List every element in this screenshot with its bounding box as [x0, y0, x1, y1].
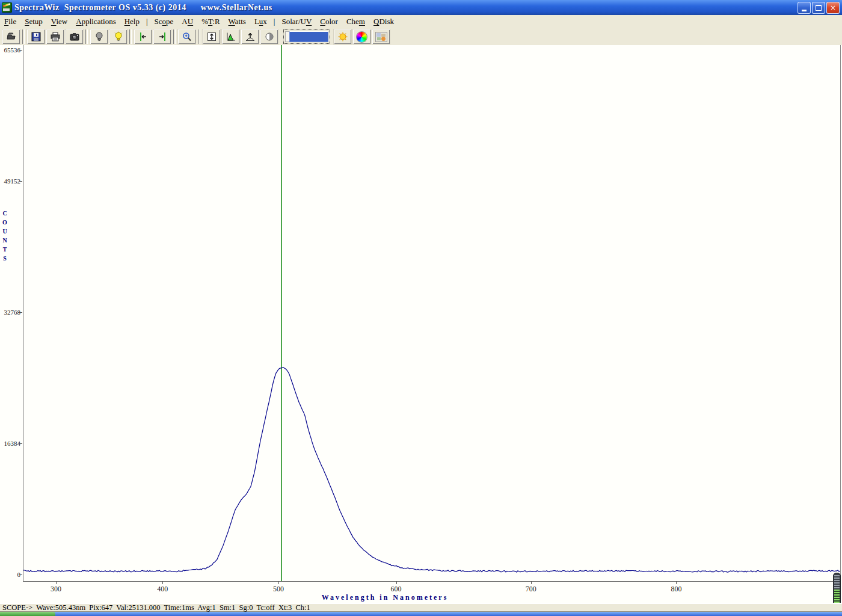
- minimize-icon: [802, 10, 807, 11]
- x-tick-label: 500: [265, 585, 292, 594]
- menu-item-color[interactable]: Color: [316, 16, 342, 28]
- lamp-off-button[interactable]: [90, 29, 108, 44]
- spectrawiz-window: SpectraWiz Spectrometer OS v5.33 (c) 201…: [0, 0, 842, 616]
- scale-up-button[interactable]: [241, 29, 259, 44]
- y-tick-mark: [19, 443, 22, 444]
- color-chart-icon: [375, 32, 387, 42]
- toolbar: [0, 28, 842, 45]
- cursor-right-icon: [156, 31, 168, 42]
- menu-item-setup[interactable]: Setup: [20, 16, 47, 28]
- menu-item-solaruv[interactable]: Solar/UV: [277, 16, 316, 28]
- x-tick-mark: [676, 581, 677, 584]
- toolbar-separator: [198, 29, 200, 44]
- menu-item-qdisk[interactable]: QDisk: [369, 16, 398, 28]
- y-tick-label: 16384: [0, 439, 20, 448]
- restore-button[interactable]: [812, 2, 825, 14]
- cursor-left-button[interactable]: [134, 29, 152, 44]
- color-chart-button[interactable]: [372, 29, 390, 44]
- save-button[interactable]: [27, 29, 45, 44]
- menu-item-au[interactable]: AU: [177, 16, 197, 28]
- autoscale-y-icon: [206, 31, 218, 42]
- color-wheel-icon: [357, 32, 367, 42]
- menu-separator: |: [271, 16, 278, 28]
- x-tick-mark: [56, 581, 57, 584]
- toolbar-separator: [173, 29, 176, 44]
- progress-notch: [285, 31, 289, 42]
- x-tick-label: 400: [149, 585, 176, 594]
- print-icon: [49, 31, 61, 42]
- menu-item-watts[interactable]: Watts: [224, 16, 250, 28]
- y-tick-label: 65536: [0, 46, 20, 54]
- y-tick-mark: [19, 50, 22, 51]
- color-wheel-button[interactable]: [353, 29, 370, 44]
- title-bar: SpectraWiz Spectrometer OS v5.33 (c) 201…: [0, 0, 842, 15]
- acquisition-progress-bar: [283, 29, 330, 44]
- toolbar-separator: [85, 29, 88, 44]
- menu-item-chem[interactable]: Chem: [342, 16, 369, 28]
- y-tick-label: 0: [0, 570, 20, 579]
- start-button[interactable]: [0, 612, 55, 616]
- print-button[interactable]: [46, 29, 64, 44]
- y-tick-mark: [19, 312, 22, 313]
- y-tick-mark: [19, 181, 22, 182]
- status-bar: SCOPE-> Wave:505.43nm Pix:647 Val:25131.…: [0, 603, 842, 612]
- menu-item-tr[interactable]: %T:R: [197, 16, 224, 28]
- close-button[interactable]: ×: [826, 2, 840, 14]
- menu-bar: FileSetupViewApplicationsHelp|ScopeAU%T:…: [0, 15, 842, 29]
- progress-fill: [289, 31, 328, 42]
- zoom-button[interactable]: [178, 29, 195, 44]
- menu-item-lux[interactable]: Lux: [250, 16, 271, 28]
- menu-item-help[interactable]: Help: [120, 16, 144, 28]
- cursor-left-icon: [137, 31, 149, 42]
- x-tick-mark: [278, 581, 279, 584]
- y-tick-mark: [19, 574, 22, 575]
- open-button[interactable]: [2, 29, 20, 44]
- toolbar-separator: [22, 29, 25, 44]
- x-axis-title: Wavelength in Nanometers: [265, 593, 505, 602]
- y-tick-label: 32768: [0, 308, 20, 316]
- spectrum-peak-button[interactable]: [222, 29, 239, 44]
- x-tick-label: 600: [383, 585, 410, 594]
- sun-button[interactable]: [334, 29, 351, 44]
- menu-item-applications[interactable]: Applications: [72, 16, 120, 28]
- x-tick-mark: [396, 581, 397, 584]
- y-axis-title: COUNTS: [1, 209, 8, 263]
- zoom-icon: [181, 31, 193, 42]
- x-tick-mark: [162, 581, 163, 584]
- chart-area: COUNTS 655364915232768163840300400500600…: [0, 45, 842, 603]
- taskbar: [0, 612, 842, 616]
- app-logo-icon: [2, 2, 12, 13]
- x-tick-label: 800: [663, 585, 689, 594]
- spectrum-trace: [23, 368, 840, 572]
- toolbar-separator: [129, 29, 132, 44]
- close-icon: ×: [830, 4, 836, 12]
- cursor-right-button[interactable]: [153, 29, 171, 44]
- camera-icon: [69, 31, 81, 42]
- menu-item-scope[interactable]: Scope: [150, 16, 178, 28]
- x-tick-label: 700: [518, 585, 544, 594]
- x-tick-mark: [531, 581, 532, 584]
- window-title: SpectraWiz Spectrometer OS v5.33 (c) 201…: [14, 3, 272, 13]
- autoscale-y-button[interactable]: [203, 29, 220, 44]
- minimize-button[interactable]: [797, 2, 811, 14]
- snapshot-button[interactable]: [66, 29, 83, 44]
- restore-icon: [816, 5, 822, 11]
- spectrum-plot[interactable]: [23, 45, 841, 582]
- lamp-on-icon: [112, 31, 124, 42]
- invert-contrast-icon: [263, 31, 275, 42]
- open-icon: [5, 31, 17, 42]
- spectrum-peak-icon: [225, 31, 237, 42]
- y-tick-label: 49152: [0, 177, 20, 185]
- menu-separator: |: [144, 16, 150, 28]
- sun-icon: [337, 31, 349, 42]
- lamp-on-button[interactable]: [109, 29, 127, 44]
- menu-item-file[interactable]: File: [0, 16, 20, 28]
- save-icon: [30, 31, 42, 42]
- x-tick-label: 300: [43, 585, 69, 594]
- invert-button[interactable]: [260, 29, 278, 44]
- lamp-off-icon: [93, 31, 105, 42]
- scale-up-icon: [244, 31, 256, 42]
- menu-item-view[interactable]: View: [47, 16, 72, 28]
